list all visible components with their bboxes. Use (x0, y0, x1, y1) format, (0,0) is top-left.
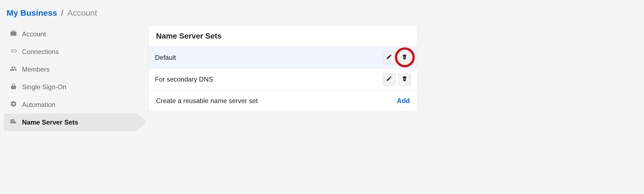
breadcrumb-separator: / (59, 8, 65, 17)
sidebar-item-name-server-sets[interactable]: Name Server Sets (4, 114, 138, 131)
lock-icon (10, 83, 17, 91)
name-server-set-row[interactable]: For secondary DNS (149, 69, 417, 90)
delete-button[interactable] (398, 73, 411, 86)
trash-icon (402, 54, 408, 61)
link-icon (10, 47, 17, 56)
main-content: Name Server Sets Default (138, 25, 424, 112)
breadcrumb: My Business / Account (0, 6, 644, 25)
sidebar-item-connections[interactable]: Connections (4, 43, 138, 61)
sidebar-item-members[interactable]: Members (4, 61, 138, 78)
row-actions (383, 73, 411, 86)
add-button[interactable]: Add (397, 97, 410, 105)
footer-text: Create a reusable name server set (156, 97, 258, 105)
pencil-icon (386, 76, 392, 83)
sidebar-item-sso[interactable]: Single Sign-On (4, 78, 138, 96)
gear-icon (10, 100, 17, 109)
card-footer: Create a reusable name server set Add (149, 90, 417, 111)
delete-button[interactable] (398, 51, 411, 64)
sidebar-item-label: Single Sign-On (22, 83, 66, 91)
name-server-sets-card: Name Server Sets Default (149, 25, 417, 112)
list-icon (10, 118, 17, 127)
briefcase-icon (10, 30, 17, 39)
sidebar-item-label: Name Server Sets (22, 118, 78, 126)
sidebar-item-label: Connections (22, 48, 59, 56)
pencil-icon (386, 54, 392, 61)
breadcrumb-root-link[interactable]: My Business (7, 8, 57, 17)
sidebar-item-label: Account (22, 30, 46, 38)
breadcrumb-current: Account (67, 8, 97, 17)
users-icon (10, 65, 17, 74)
sidebar: Account Connections Members Single Sign-… (0, 25, 138, 131)
sidebar-item-account[interactable]: Account (4, 25, 138, 43)
trash-icon (402, 76, 408, 83)
sidebar-item-automation[interactable]: Automation (4, 96, 138, 114)
card-title: Name Server Sets (149, 26, 417, 47)
row-name: For secondary DNS (155, 76, 213, 83)
sidebar-item-label: Automation (22, 101, 55, 109)
sidebar-item-label: Members (22, 66, 50, 73)
name-server-set-row[interactable]: Default (149, 47, 417, 69)
edit-button[interactable] (383, 51, 395, 64)
row-name: Default (155, 54, 176, 61)
row-actions (383, 51, 411, 64)
edit-button[interactable] (383, 73, 395, 86)
